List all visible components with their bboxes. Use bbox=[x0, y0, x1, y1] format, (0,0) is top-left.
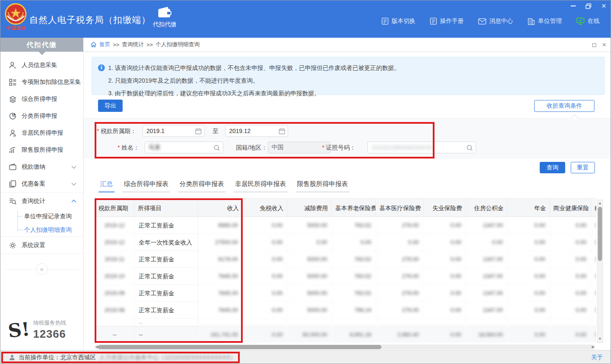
vertical-scroll-thumb[interactable] bbox=[598, 207, 602, 261]
column-header: 商业健康保险 bbox=[550, 198, 591, 217]
nav-message-center[interactable]: 消息中心 bbox=[478, 17, 513, 25]
sidebar-item-special-deduction[interactable]: 专项附加扣除信息采集 bbox=[0, 74, 83, 91]
sidebar-item-label: 分类所得申报 bbox=[22, 112, 57, 120]
nav-online-status[interactable]: 在线 bbox=[576, 17, 600, 25]
nav-unit-management[interactable]: 单位管理 bbox=[527, 17, 562, 25]
calendar-icon bbox=[279, 128, 285, 134]
sidebar-item-classified-income[interactable]: 分类所得申报 bbox=[0, 108, 83, 125]
emblem-caption: 中国税务 bbox=[4, 25, 28, 31]
notice-line: 3. 由于数据处理的滞后性，建议您在申报成功3天之后再来查询最新的申报数据。 bbox=[98, 87, 598, 100]
top-nav: 版本切换 操作手册 消息中心 bbox=[381, 17, 600, 25]
hotline-mark-icon: S! bbox=[7, 320, 31, 340]
pane-close-button[interactable]: × bbox=[602, 41, 606, 48]
cell-period: 2019-09 bbox=[95, 285, 135, 302]
cell-value bbox=[423, 319, 466, 326]
period-to-field[interactable]: 2019.12 bbox=[225, 125, 288, 137]
cell-value: 0.00 bbox=[423, 268, 466, 285]
id-number-field[interactable]: 110102199X04220XXX bbox=[367, 142, 476, 153]
sidebar-item-system-settings[interactable]: 系统设置 bbox=[0, 237, 83, 254]
cell-value: 0.00 bbox=[507, 234, 550, 251]
tax-emblem-logo: 中国税务 bbox=[5, 3, 27, 35]
vertical-scrollbar[interactable]: ▲ ▼ bbox=[597, 200, 603, 343]
name-field[interactable]: 马某 bbox=[145, 142, 223, 153]
cell-value: 5000.00 bbox=[287, 302, 332, 319]
tab-restricted-shares[interactable]: 限售股所得申报表 bbox=[295, 180, 350, 192]
reset-button[interactable]: 重置 bbox=[571, 162, 595, 173]
chevron-up-icon bbox=[71, 200, 76, 203]
sidebar-item-label: 查询统计 bbox=[22, 197, 45, 205]
cell-value bbox=[287, 319, 332, 326]
about-link[interactable]: 关于 bbox=[591, 354, 603, 361]
table-row: 2019-09正常工资薪金7645.000.005000.00763.52279… bbox=[95, 285, 596, 302]
scroll-up-arrow-icon[interactable]: ▲ bbox=[597, 200, 603, 206]
notice-text: 1. 该查询统计表仅能查询已申报成功的数据，不包含未申报、申报失败，已申报但已作… bbox=[108, 61, 400, 74]
sidebar-item-nonresident-income[interactable]: 非居民所得申报 bbox=[0, 125, 83, 142]
sidebar-subitem-personal-withholding-query[interactable]: 个人扣缴明细查询 bbox=[0, 223, 83, 236]
minimize-button[interactable] bbox=[569, 2, 577, 10]
breadcrumb-separator: >> bbox=[146, 42, 153, 48]
bar-chart-icon bbox=[9, 146, 17, 154]
close-button[interactable]: × bbox=[600, 2, 608, 10]
breadcrumb-home[interactable]: 首页 bbox=[99, 41, 110, 48]
cell-period bbox=[95, 319, 135, 326]
scroll-down-arrow-icon[interactable]: ▼ bbox=[597, 336, 603, 342]
sidebar-item-label: 系统设置 bbox=[22, 242, 45, 249]
sidebar-collapse-button[interactable]: « bbox=[36, 263, 48, 275]
cell-period: 2019-12 bbox=[95, 234, 135, 251]
cell-value: 0.00 bbox=[423, 285, 466, 302]
cell-value: 1347.00 bbox=[466, 217, 507, 234]
cell-income-item: 正常工资薪金 bbox=[135, 285, 198, 302]
sidebar-item-restricted-shares[interactable]: 限售股所得申报 bbox=[0, 142, 83, 158]
nav-label: 操作手册 bbox=[440, 17, 464, 25]
search-icon bbox=[466, 144, 473, 151]
nav-label: 消息中心 bbox=[489, 17, 513, 25]
tab-summary[interactable]: 汇总 bbox=[98, 180, 115, 192]
cell-value: 0.00 bbox=[243, 217, 287, 234]
cell-value: 0.00 bbox=[376, 234, 423, 251]
horizontal-scrollbar[interactable]: ◀ ▶ bbox=[95, 345, 595, 350]
sidebar-item-comprehensive-income[interactable]: 综合所得申报 bbox=[0, 91, 83, 108]
cell-income-item: 正常工资薪金 bbox=[135, 217, 198, 234]
hotline-label: 纳税服务热线 bbox=[33, 319, 66, 327]
cell-value: 763.52 bbox=[332, 217, 376, 234]
sidebar-item-label: 专项附加扣除信息采集 bbox=[22, 78, 81, 86]
tab-nonresident-income[interactable]: 非居民所得申报表 bbox=[233, 180, 288, 192]
cell-value: 5000.00 bbox=[287, 268, 332, 285]
restore-button[interactable] bbox=[584, 2, 593, 10]
cell-value bbox=[550, 319, 591, 326]
cell-value: 0.00 bbox=[591, 326, 596, 343]
cell-value: 0.00 bbox=[591, 217, 596, 234]
scroll-right-arrow-icon[interactable]: ▶ bbox=[592, 345, 594, 349]
query-button[interactable]: 查询 bbox=[540, 162, 565, 173]
sidebar-item-query-statistics[interactable]: 查询统计 bbox=[0, 192, 83, 209]
sidebar-item-preferential-filing[interactable]: 优惠备案 bbox=[0, 175, 83, 192]
horizontal-scroll-thumb[interactable] bbox=[98, 345, 381, 349]
export-button[interactable]: 导出 bbox=[98, 100, 123, 112]
sidebar-subitem-unit-declaration-query[interactable]: 单位申报记录查询 bbox=[0, 209, 83, 223]
sidebar-item-tax-payment[interactable]: 税款缴纳 bbox=[0, 158, 83, 175]
column-header: 所得项目 bbox=[135, 198, 198, 217]
cell-value: 0.00 bbox=[423, 326, 466, 343]
tab-classified-income[interactable]: 分类所得申报表 bbox=[178, 180, 226, 192]
cell-value: 0.00 bbox=[423, 302, 466, 319]
period-from-field[interactable]: 2019.1 bbox=[143, 125, 205, 137]
cell-value: 0.00 bbox=[550, 326, 591, 343]
pane-maximize-button[interactable] bbox=[592, 42, 596, 48]
module-tab-withholding[interactable]: 代扣代缴 bbox=[146, 6, 184, 34]
cell-value: 0.00 bbox=[550, 251, 591, 268]
cell-value bbox=[376, 319, 423, 326]
cell-value: 279.00 bbox=[376, 217, 423, 234]
cell-value: 2,960.40 bbox=[376, 326, 423, 343]
collapse-filters-button[interactable]: 收折查询条件 bbox=[534, 100, 594, 112]
notice-box: i 1. 该查询统计表仅能查询已申报成功的数据，不包含未申报、申报失败，已申报但… bbox=[92, 57, 605, 95]
breadcrumb-separator: >> bbox=[113, 42, 119, 48]
sidebar-item-personnel-info[interactable]: 人员信息采集 bbox=[0, 57, 83, 74]
nav-version-switch[interactable]: 版本切换 bbox=[381, 17, 415, 25]
nav-manual[interactable]: 操作手册 bbox=[430, 17, 464, 25]
cell-value: 763.52 bbox=[332, 268, 376, 285]
cell-value: 279.00 bbox=[376, 285, 423, 302]
tab-comprehensive-income[interactable]: 综合所得申报表 bbox=[122, 180, 170, 192]
person-add-icon bbox=[9, 61, 17, 69]
table-body: 2019-12正常工资薪金9985.000.005000.00763.52279… bbox=[95, 217, 596, 343]
cell-value: 0.00 bbox=[550, 268, 591, 285]
